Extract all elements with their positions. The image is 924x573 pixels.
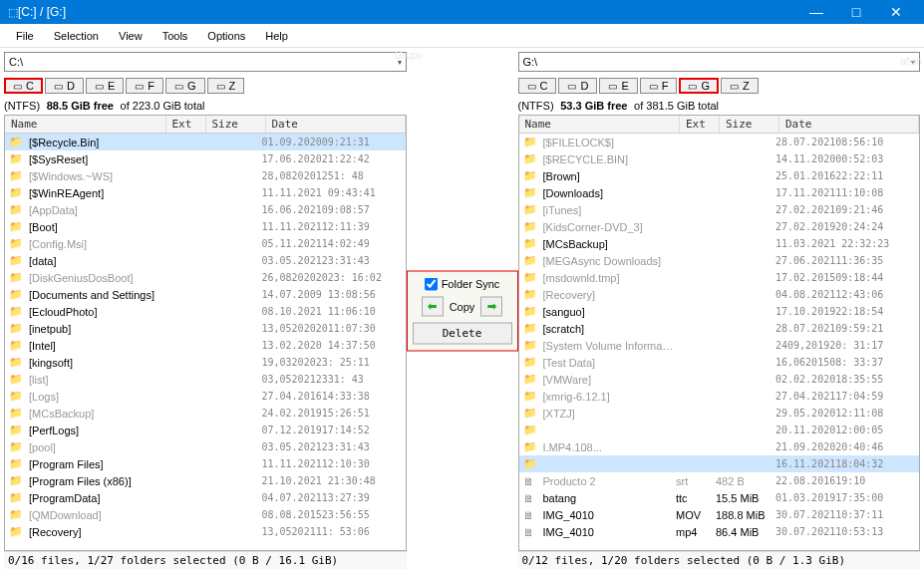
table-row[interactable]: 📁[ProgramData]04.07.202113:27:39 xyxy=(5,489,406,506)
table-row[interactable]: 📁[Boot]11.11.202112:11:39 xyxy=(5,218,406,235)
table-row[interactable]: 📁[Intel]13.02.2020 14:37:50 xyxy=(5,337,406,354)
left-file-list[interactable]: 📁[$Recycle.Bin]01.09.202009:21:31📁[$SysR… xyxy=(5,134,406,550)
table-row[interactable]: 📁[$Recycle.Bin]01.09.202009:21:31 xyxy=(5,134,406,150)
table-row[interactable]: 📁[Recovery]13,05202111: 53:06 xyxy=(5,523,406,540)
table-row[interactable]: 📁[DiskGeniusDosBoot]26,0820202023: 16:02 xyxy=(5,269,406,286)
drive-tab-d[interactable]: ▭D xyxy=(45,78,84,94)
table-row[interactable]: 📁[$SysReset]17.06.202021:22:42 xyxy=(5,150,406,167)
table-row[interactable]: 📁[PerfLogs]07.12.201917:14:52 xyxy=(5,422,406,438)
folder-sync-checkbox[interactable] xyxy=(425,277,438,290)
folder-icon: 📁 xyxy=(9,525,25,538)
table-row[interactable]: 📁[MEGAsync Downloads]27.06.202111:36:35 xyxy=(519,252,920,269)
header-size[interactable]: Size xyxy=(720,116,779,133)
menu-selection[interactable]: Selection xyxy=(44,24,109,48)
table-row[interactable]: 📁[$RECYCLE.BIN]14.11.202000:52:03 xyxy=(519,150,920,167)
header-date[interactable]: Date xyxy=(779,116,919,133)
drive-tab-g[interactable]: ▭G xyxy=(165,78,205,94)
left-path-combo[interactable]: C:\ ▾ xyxy=(4,52,407,72)
menu-options[interactable]: Options xyxy=(197,24,255,48)
table-row[interactable]: 📁[KidsCorner-DVD_3]27.02.201920:24:24 xyxy=(519,218,920,235)
table-row[interactable]: 📁[Program Files (x86)]21.10.2021 21:30:4… xyxy=(5,472,406,489)
drive-tab-d[interactable]: ▭D xyxy=(558,78,597,94)
table-row[interactable]: 🗎Producto 2srt482 B22.08.201619:10 xyxy=(519,472,920,489)
table-row[interactable]: 📁[Downloads]17.11.202111:10:08 xyxy=(519,184,920,201)
right-path-combo[interactable]: G:\ ▾ xyxy=(518,52,921,72)
right-statusbar: 0/12 files, 1/20 folders selected (0 B /… xyxy=(518,551,921,569)
drive-tab-c[interactable]: ▭C xyxy=(518,78,557,94)
file-date: 14.07.2009 13:08:56 xyxy=(262,289,402,300)
table-row[interactable]: 📁[inetpub]13,0520202011:07:30 xyxy=(5,320,406,337)
table-row[interactable]: 📁[data]03.05.202123:31:43 xyxy=(5,252,406,269)
table-row[interactable]: 📁[pool]03.05.202123:31:43 xyxy=(5,438,406,455)
menu-view[interactable]: View xyxy=(109,24,153,48)
file-name: [XTZJ] xyxy=(543,408,677,420)
right-file-list[interactable]: 📁[$FILELOCK$]28.07.202108:56:10📁[$RECYCL… xyxy=(519,134,920,550)
table-row[interactable]: 📁16.11.202118:04:32 xyxy=(519,455,920,472)
header-ext[interactable]: Ext xyxy=(166,116,206,133)
drive-tab-c[interactable]: ▭C xyxy=(4,78,43,94)
table-row[interactable]: 📁[iTunes]27.02.202109:21:46 xyxy=(519,201,920,218)
table-row[interactable]: 📁[$Windows.~WS]28,0820201251: 48 xyxy=(5,167,406,184)
header-size[interactable]: Size xyxy=(206,116,266,133)
file-name: Producto 2 xyxy=(543,475,677,487)
table-row[interactable]: 📁[list]03,0520212331: 43 xyxy=(5,371,406,388)
table-row[interactable]: 📁[Brown]25.01.201622:22:11 xyxy=(519,167,920,184)
table-row[interactable]: 📁I.MP4.108...21.09.202020:40:46 xyxy=(519,438,920,455)
table-row[interactable]: 📁[Logs]27.04.201614:33:38 xyxy=(5,388,406,405)
table-row[interactable]: 📁[Config.Msi]05.11.202114:02:49 xyxy=(5,235,406,252)
table-row[interactable]: 📁[kingsoft]19,03202023: 25:11 xyxy=(5,354,406,371)
table-row[interactable]: 🗎IMG_4010mp486.4 MiB30.07.202110:53:13 xyxy=(519,523,920,540)
table-row[interactable]: 📁[EcloudPhoto]08.10.2021 11:06:10 xyxy=(5,303,406,320)
table-row[interactable]: 📁[VMWare]02.02.202018:35:55 xyxy=(519,371,920,388)
close-button[interactable]: ✕ xyxy=(876,0,916,24)
drive-icon: ▭ xyxy=(649,81,658,92)
header-name[interactable]: Name xyxy=(519,116,681,133)
maximize-button[interactable]: □ xyxy=(836,0,876,24)
menu-help[interactable]: Help xyxy=(255,24,298,48)
table-row[interactable]: 📁[scratch]28.07.202109:59:21 xyxy=(519,320,920,337)
table-row[interactable]: 📁[sanguo]17.10.201922:18:54 xyxy=(519,303,920,320)
header-ext[interactable]: Ext xyxy=(680,116,720,133)
minimize-button[interactable]: — xyxy=(796,0,836,24)
table-row[interactable]: 📁[QMDownload]08.08.201523:56:55 xyxy=(5,506,406,523)
table-row[interactable]: 📁[msdownld.tmp]17.02.201509:18:44 xyxy=(519,269,920,286)
table-row[interactable]: 📁[System Volume Informati…2409,201920: 3… xyxy=(519,337,920,354)
header-name[interactable]: Name xyxy=(5,116,166,133)
delete-button[interactable]: Delete xyxy=(413,322,512,344)
table-row[interactable]: 📁[$WinREAgent]11.11.2021 09:43:41 xyxy=(5,184,406,201)
table-row[interactable]: 🗎batangttc15.5 MiB01.03.201917:35:00 xyxy=(519,489,920,506)
table-row[interactable]: 📁[$FILELOCK$]28.07.202108:56:10 xyxy=(519,134,920,150)
copy-right-button[interactable]: ➡ xyxy=(480,296,502,316)
file-icon: 🗎 xyxy=(523,509,539,521)
folder-icon: 📁 xyxy=(9,491,25,504)
folder-icon: 📁 xyxy=(523,169,539,182)
file-name: [scratch] xyxy=(543,323,677,335)
table-row[interactable]: 📁[AppData]16.06.202109:08:57 xyxy=(5,201,406,218)
table-row[interactable]: 📁[XTZJ]29.05.202012:11:08 xyxy=(519,405,920,422)
menu-tools[interactable]: Tools xyxy=(153,24,198,48)
drive-tab-f[interactable]: ▭F xyxy=(640,78,678,94)
header-date[interactable]: Date xyxy=(266,116,406,133)
left-column-headers: Name Ext Size Date xyxy=(5,116,406,134)
drive-tab-e[interactable]: ▭E xyxy=(599,78,637,94)
drive-tab-f[interactable]: ▭F xyxy=(126,78,163,94)
table-row[interactable]: 📁[Documents and Settings]14.07.2009 13:0… xyxy=(5,286,406,303)
drive-tab-z[interactable]: ▭Z xyxy=(207,78,245,94)
table-row[interactable]: 📁[Test Data]16,06201508: 33:37 xyxy=(519,354,920,371)
drive-tab-z[interactable]: ▭Z xyxy=(721,78,759,94)
table-row[interactable]: 📁[MCsBackup]24.02.201915:26:51 xyxy=(5,405,406,422)
table-row[interactable]: 📁[Program Files]11.11.202112:10:30 xyxy=(5,455,406,472)
table-row[interactable]: 📁[Recovery]04.08.202112:43:06 xyxy=(519,286,920,303)
drive-tab-e[interactable]: ▭E xyxy=(86,78,124,94)
table-row[interactable]: 🗎IMG_4010MOV188.8 MiB30.07.202110:37:11 xyxy=(519,506,920,523)
copy-left-button[interactable]: ⬅ xyxy=(422,296,444,316)
folder-icon: 📁 xyxy=(523,356,539,369)
folder-icon: 📁 xyxy=(9,288,25,301)
folder-icon: 📁 xyxy=(523,322,539,335)
table-row[interactable]: 📁20.11.202012:00:05 xyxy=(519,422,920,438)
menu-file[interactable]: File xyxy=(6,24,44,48)
table-row[interactable]: 📁[xmrig-6.12.1]27.04.202117:04:59 xyxy=(519,388,920,405)
folder-icon: 📁 xyxy=(9,169,25,182)
drive-tab-g[interactable]: ▭G xyxy=(679,78,719,94)
table-row[interactable]: 📁[MCsBackup]11.03.2021 22:32:23 xyxy=(519,235,920,252)
